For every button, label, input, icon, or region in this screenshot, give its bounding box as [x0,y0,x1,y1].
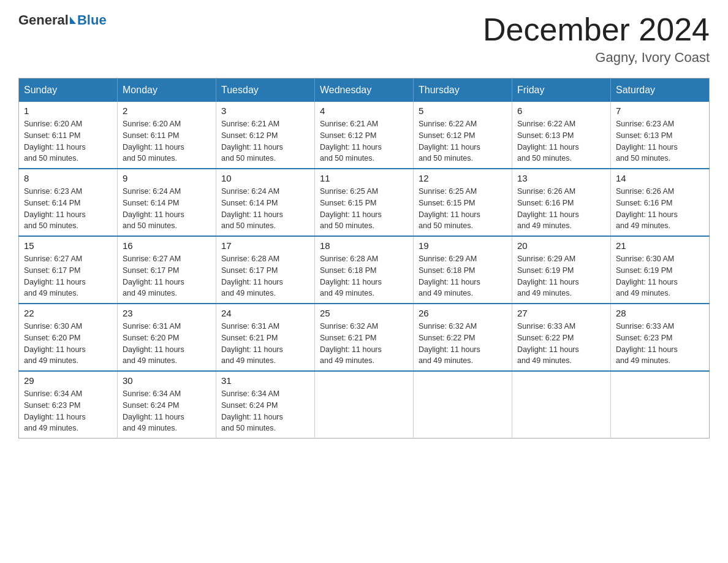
day-number: 27 [517,308,605,318]
day-info: Sunrise: 6:31 AMSunset: 6:20 PMDaylight:… [123,321,211,367]
day-number: 18 [320,240,408,251]
table-row: 30Sunrise: 6:34 AMSunset: 6:24 PMDayligh… [118,371,216,439]
day-number: 13 [517,173,605,183]
day-info: Sunrise: 6:27 AMSunset: 6:17 PMDaylight:… [24,253,112,299]
table-row: 26Sunrise: 6:32 AMSunset: 6:22 PMDayligh… [414,304,512,371]
day-info: Sunrise: 6:23 AMSunset: 6:14 PMDaylight:… [24,186,112,232]
day-info: Sunrise: 6:31 AMSunset: 6:21 PMDaylight:… [221,321,309,367]
day-info: Sunrise: 6:21 AMSunset: 6:12 PMDaylight:… [320,118,408,164]
table-row: 31Sunrise: 6:34 AMSunset: 6:24 PMDayligh… [216,371,315,439]
table-row: 5Sunrise: 6:22 AMSunset: 6:12 PMDaylight… [414,102,512,169]
day-info: Sunrise: 6:20 AMSunset: 6:11 PMDaylight:… [123,118,211,164]
calendar-header-row: Sunday Monday Tuesday Wednesday Thursday… [19,79,710,102]
table-row [414,371,512,439]
table-row: 24Sunrise: 6:31 AMSunset: 6:21 PMDayligh… [216,304,315,371]
table-row: 16Sunrise: 6:27 AMSunset: 6:17 PMDayligh… [118,236,216,304]
day-info: Sunrise: 6:27 AMSunset: 6:17 PMDaylight:… [123,253,211,299]
day-number: 25 [320,308,408,318]
day-number: 5 [419,105,507,116]
day-number: 29 [24,375,112,386]
col-saturday: Saturday [611,79,710,102]
col-friday: Friday [512,79,611,102]
day-number: 28 [616,308,704,318]
calendar-week-row: 15Sunrise: 6:27 AMSunset: 6:17 PMDayligh… [19,236,710,304]
day-number: 21 [616,240,704,251]
table-row: 2Sunrise: 6:20 AMSunset: 6:11 PMDaylight… [118,102,216,169]
table-row: 25Sunrise: 6:32 AMSunset: 6:21 PMDayligh… [315,304,414,371]
table-row: 21Sunrise: 6:30 AMSunset: 6:19 PMDayligh… [611,236,710,304]
day-number: 7 [616,105,704,116]
day-info: Sunrise: 6:20 AMSunset: 6:11 PMDaylight:… [24,118,112,164]
day-number: 17 [221,240,309,251]
day-number: 31 [221,375,309,386]
day-info: Sunrise: 6:26 AMSunset: 6:16 PMDaylight:… [517,186,605,232]
table-row: 7Sunrise: 6:23 AMSunset: 6:13 PMDaylight… [611,102,710,169]
table-row: 11Sunrise: 6:25 AMSunset: 6:15 PMDayligh… [315,169,414,236]
day-number: 19 [419,240,507,251]
day-info: Sunrise: 6:22 AMSunset: 6:13 PMDaylight:… [517,118,605,164]
day-info: Sunrise: 6:34 AMSunset: 6:23 PMDaylight:… [24,388,112,434]
day-number: 15 [24,240,112,251]
table-row: 12Sunrise: 6:25 AMSunset: 6:15 PMDayligh… [414,169,512,236]
table-row: 15Sunrise: 6:27 AMSunset: 6:17 PMDayligh… [19,236,118,304]
col-wednesday: Wednesday [315,79,414,102]
table-row: 3Sunrise: 6:21 AMSunset: 6:12 PMDaylight… [216,102,315,169]
table-row: 1Sunrise: 6:20 AMSunset: 6:11 PMDaylight… [19,102,118,169]
day-number: 11 [320,173,408,183]
table-row: 23Sunrise: 6:31 AMSunset: 6:20 PMDayligh… [118,304,216,371]
col-thursday: Thursday [414,79,512,102]
day-info: Sunrise: 6:33 AMSunset: 6:23 PMDaylight:… [616,321,704,367]
table-row: 14Sunrise: 6:26 AMSunset: 6:16 PMDayligh… [611,169,710,236]
table-row: 13Sunrise: 6:26 AMSunset: 6:16 PMDayligh… [512,169,611,236]
table-row [315,371,414,439]
day-info: Sunrise: 6:34 AMSunset: 6:24 PMDaylight:… [221,388,309,434]
day-info: Sunrise: 6:24 AMSunset: 6:14 PMDaylight:… [123,186,211,232]
day-number: 6 [517,105,605,116]
day-number: 22 [24,308,112,318]
title-area: December 2024 Gagny, Ivory Coast [483,12,710,66]
table-row: 17Sunrise: 6:28 AMSunset: 6:17 PMDayligh… [216,236,315,304]
calendar-week-row: 29Sunrise: 6:34 AMSunset: 6:23 PMDayligh… [19,371,710,439]
day-number: 9 [123,173,211,183]
logo-arrow-icon [70,17,76,24]
day-info: Sunrise: 6:29 AMSunset: 6:18 PMDaylight:… [419,253,507,299]
day-info: Sunrise: 6:32 AMSunset: 6:22 PMDaylight:… [419,321,507,367]
day-number: 8 [24,173,112,183]
day-number: 10 [221,173,309,183]
col-tuesday: Tuesday [216,79,315,102]
day-info: Sunrise: 6:28 AMSunset: 6:17 PMDaylight:… [221,253,309,299]
day-info: Sunrise: 6:30 AMSunset: 6:20 PMDaylight:… [24,321,112,367]
table-row: 20Sunrise: 6:29 AMSunset: 6:19 PMDayligh… [512,236,611,304]
location-text: Gagny, Ivory Coast [483,50,710,66]
table-row: 8Sunrise: 6:23 AMSunset: 6:14 PMDaylight… [19,169,118,236]
day-number: 1 [24,105,112,116]
day-number: 12 [419,173,507,183]
calendar-table: Sunday Monday Tuesday Wednesday Thursday… [18,78,710,439]
logo: General Blue [18,12,107,28]
table-row: 4Sunrise: 6:21 AMSunset: 6:12 PMDaylight… [315,102,414,169]
day-number: 20 [517,240,605,251]
day-number: 3 [221,105,309,116]
day-info: Sunrise: 6:25 AMSunset: 6:15 PMDaylight:… [419,186,507,232]
table-row: 18Sunrise: 6:28 AMSunset: 6:18 PMDayligh… [315,236,414,304]
table-row: 29Sunrise: 6:34 AMSunset: 6:23 PMDayligh… [19,371,118,439]
day-info: Sunrise: 6:26 AMSunset: 6:16 PMDaylight:… [616,186,704,232]
day-info: Sunrise: 6:28 AMSunset: 6:18 PMDaylight:… [320,253,408,299]
day-info: Sunrise: 6:21 AMSunset: 6:12 PMDaylight:… [221,118,309,164]
page-header: General Blue December 2024 Gagny, Ivory … [18,12,710,66]
day-number: 24 [221,308,309,318]
month-title: December 2024 [483,12,710,47]
day-number: 4 [320,105,408,116]
day-number: 2 [123,105,211,116]
table-row: 19Sunrise: 6:29 AMSunset: 6:18 PMDayligh… [414,236,512,304]
calendar-week-row: 8Sunrise: 6:23 AMSunset: 6:14 PMDaylight… [19,169,710,236]
day-number: 26 [419,308,507,318]
day-info: Sunrise: 6:34 AMSunset: 6:24 PMDaylight:… [123,388,211,434]
logo-blue-text: Blue [77,12,107,28]
day-info: Sunrise: 6:32 AMSunset: 6:21 PMDaylight:… [320,321,408,367]
day-info: Sunrise: 6:25 AMSunset: 6:15 PMDaylight:… [320,186,408,232]
day-number: 23 [123,308,211,318]
calendar-week-row: 1Sunrise: 6:20 AMSunset: 6:11 PMDaylight… [19,102,710,169]
col-monday: Monday [118,79,216,102]
day-number: 30 [123,375,211,386]
